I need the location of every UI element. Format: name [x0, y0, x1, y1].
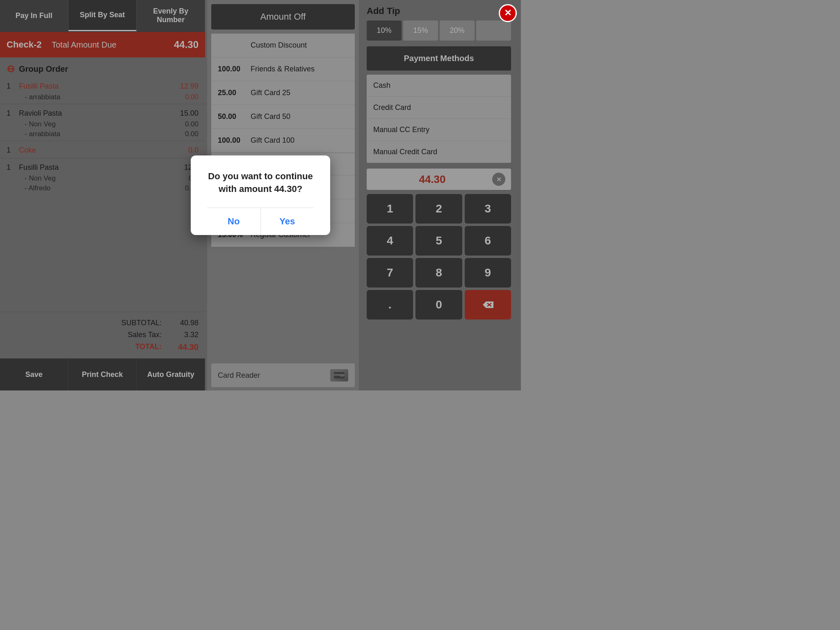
dialog-yes-button[interactable]: Yes — [261, 208, 314, 235]
dialog-no-button[interactable]: No — [207, 208, 261, 235]
dialog-box: Do you want to continue with amount 44.3… — [191, 155, 330, 235]
close-button[interactable]: ✕ — [499, 4, 517, 22]
dialog-message: Do you want to continue with amount 44.3… — [207, 170, 314, 196]
dialog-overlay: Do you want to continue with amount 44.3… — [0, 0, 521, 390]
dialog-buttons: No Yes — [207, 208, 314, 235]
close-icon: ✕ — [504, 8, 511, 18]
